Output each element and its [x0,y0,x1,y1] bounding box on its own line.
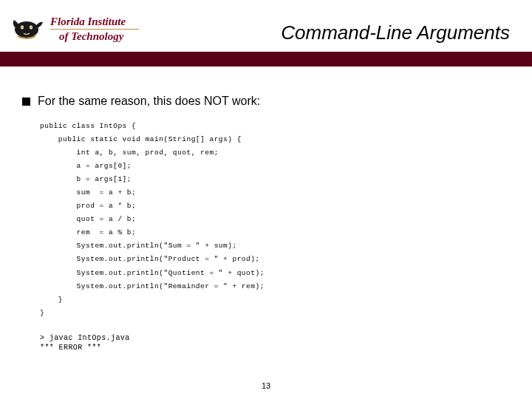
logo-divider [50,29,139,30]
bullet-text: For the same reason, this does NOT work: [38,95,260,108]
svg-point-2 [30,25,33,30]
page-number: 13 [0,381,532,390]
svg-point-1 [21,25,24,30]
bullet-item: For the same reason, this does NOT work: [22,95,510,108]
title-underline-bar [0,52,532,66]
institution-name: Florida Institute of Technology [50,16,139,42]
institution-name-line1: Florida Institute [50,16,139,27]
institution-logo: Florida Institute of Technology [10,16,139,42]
svg-point-0 [15,21,38,38]
slide-header: Florida Institute of Technology Command-… [0,0,532,52]
bullet-square-icon [22,98,30,106]
terminal-output: > javac IntOps.java *** ERROR *** [40,333,510,352]
slide-title: Command-Line Arguments [139,14,522,44]
panther-icon [10,16,46,42]
slide-content: For the same reason, this does NOT work:… [0,66,532,352]
institution-name-line2: of Technology [59,31,139,42]
code-block: public class IntOps { public static void… [40,120,510,320]
